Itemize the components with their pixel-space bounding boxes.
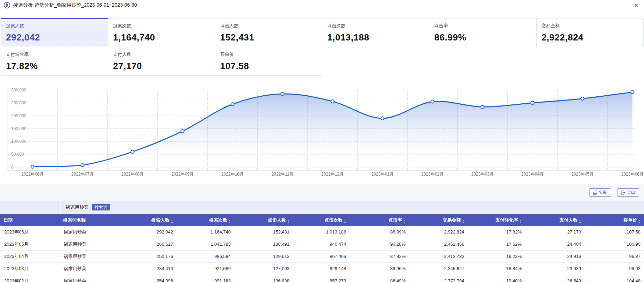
x-axis-tick-label: 2022年07月 <box>71 172 94 177</box>
metric-card-9[interactable]: 客单价107.58 <box>215 47 322 76</box>
table-cell: 234,410 <box>115 263 177 275</box>
table-cell: 锅家用炒菜 <box>59 226 115 238</box>
export-icon <box>621 191 625 195</box>
export-button[interactable]: 导出 <box>617 188 639 196</box>
data-point-marker[interactable] <box>581 97 584 100</box>
sort-icon[interactable] <box>403 220 406 223</box>
table-row[interactable]: 2023年03月锅家用炒菜234,410921,689127,093829,14… <box>0 263 644 275</box>
column-header-5[interactable]: 点击人数 <box>234 214 293 226</box>
y-axis-tick-label: 0 <box>11 165 14 170</box>
sort-icon[interactable] <box>579 220 581 223</box>
metric-card-1[interactable]: 搜索人数292,042 <box>1 18 108 47</box>
sort-icon[interactable] <box>229 220 231 223</box>
sort-icon[interactable] <box>520 220 522 223</box>
table-cell: 17.62% <box>468 238 525 250</box>
table-cell: 127,093 <box>234 263 293 275</box>
column-header-label: 搜索词名称 <box>63 217 86 223</box>
copy-icon <box>593 191 597 195</box>
table-cell: 26,549 <box>525 275 585 282</box>
data-point-marker[interactable] <box>31 165 34 168</box>
table-cell: 锅家用炒菜 <box>59 275 115 282</box>
data-point-marker[interactable] <box>431 100 434 103</box>
table-header-row: 日期搜索词名称搜索人数搜索次数点击人数点击次数点击率交易金额支付转化率支付人数客… <box>0 214 644 226</box>
column-header-label: 客单价 <box>623 217 637 223</box>
column-header-4[interactable]: 搜索次数 <box>177 214 234 226</box>
data-point-marker[interactable] <box>81 164 84 167</box>
metric-card-value: 1,164,740 <box>113 32 215 43</box>
table-cell: 87.92% <box>350 251 409 262</box>
table-cell: 921,689 <box>177 263 234 275</box>
data-point-marker[interactable] <box>231 103 234 106</box>
export-button-label: 导出 <box>627 190 635 195</box>
metric-card-2[interactable]: 搜索次数1,164,740 <box>108 18 215 47</box>
metric-card-4[interactable]: 点击次数1,013,188 <box>322 18 429 47</box>
metric-card-label: 点击人数 <box>220 23 322 29</box>
metric-card-label: 支付转化率 <box>6 51 108 58</box>
table-cell: 138,491 <box>234 238 293 250</box>
table-cell: 991,163 <box>177 275 234 282</box>
data-point-marker[interactable] <box>481 105 484 109</box>
table-row[interactable]: 2023年04月锅家用炒菜250,176986,584129,613867,40… <box>0 251 644 263</box>
sort-icon[interactable] <box>171 220 173 223</box>
table-cell: 2,413,732 <box>409 251 468 262</box>
table-cell: 锅家用炒菜 <box>59 238 115 250</box>
table-row[interactable]: 2023年02月锅家用炒菜254,996991,163136,838857,27… <box>0 275 644 282</box>
metric-card-3[interactable]: 点击人数152,431 <box>215 18 322 47</box>
metric-card-8[interactable]: 支付人数27,170 <box>108 47 215 76</box>
table-cell: 829,148 <box>293 263 350 275</box>
copy-button[interactable]: 复制 <box>589 188 611 196</box>
table-cell: 96.87 <box>585 251 644 262</box>
metric-card-label: 搜索人数 <box>6 23 108 29</box>
table-cell: 2,462,456 <box>409 238 468 250</box>
column-header-6[interactable]: 点击次数 <box>293 214 350 226</box>
column-header-3[interactable]: 搜索人数 <box>115 214 177 226</box>
sort-icon[interactable] <box>638 220 641 223</box>
table-cell: 250,176 <box>115 251 177 262</box>
column-header-label: 日期 <box>3 217 13 223</box>
column-header-11[interactable]: 客单价 <box>585 214 644 226</box>
keyword-text: 锅家用炒菜 <box>66 204 88 210</box>
table-row[interactable]: 2023年06月锅家用炒菜292,0421,164,740152,4311,01… <box>0 226 644 238</box>
column-header-label: 点击率 <box>388 217 402 223</box>
data-point-marker[interactable] <box>331 100 334 103</box>
metric-cards: 搜索人数292,042搜索次数1,164,740点击人数152,431点击次数1… <box>1 18 643 75</box>
table-cell: 90.28% <box>350 238 409 250</box>
table-cell: 104.48 <box>585 275 644 282</box>
data-point-marker[interactable] <box>531 101 534 104</box>
column-header-7[interactable]: 点击率 <box>350 214 409 226</box>
table-cell: 1,013,188 <box>293 226 350 238</box>
column-header-10[interactable]: 支付人数 <box>525 214 585 226</box>
x-axis-tick-label: 2022年08月 <box>121 172 144 177</box>
sort-icon[interactable] <box>344 220 346 223</box>
metric-card-5[interactable]: 点击率86.99% <box>429 18 536 47</box>
table-cell: 2023年02月 <box>0 275 59 282</box>
series-area-fill <box>33 92 632 167</box>
sort-icon[interactable] <box>462 220 464 223</box>
data-point-marker[interactable] <box>131 150 134 153</box>
table-cell: 19.40% <box>468 275 525 282</box>
metric-card-value: 2,922,824 <box>542 32 643 43</box>
metric-card-value: 292,042 <box>6 32 108 43</box>
sort-icon[interactable] <box>287 220 289 223</box>
metric-card-6[interactable]: 交易金额2,922,824 <box>536 18 644 47</box>
close-icon[interactable]: ✕ <box>632 1 641 9</box>
app-logo-icon <box>3 2 10 9</box>
table-cell: 266,627 <box>115 238 177 250</box>
keyword-type-badge: 搜索词 <box>92 204 110 210</box>
table-cell: 86.49% <box>350 275 409 282</box>
column-header-8[interactable]: 交易金额 <box>409 214 468 226</box>
table-cell: 136,838 <box>234 275 293 282</box>
filter-bar-right-block: 锅家用炒菜 搜索词 <box>61 201 644 214</box>
metric-card-value: 17.82% <box>6 61 108 72</box>
table-row[interactable]: 2023年05月锅家用炒菜266,6271,041,783138,491940,… <box>0 238 644 251</box>
data-point-marker[interactable] <box>631 90 634 94</box>
data-point-marker[interactable] <box>381 117 384 120</box>
metric-card-value: 86.99% <box>434 32 536 43</box>
metric-card-7[interactable]: 支付转化率17.82% <box>1 47 108 76</box>
data-point-marker[interactable] <box>281 92 284 96</box>
data-point-marker[interactable] <box>181 129 184 133</box>
trend-line-chart[interactable]: 050,000100,000150,000200,000250,000300,0… <box>0 84 644 178</box>
column-header-9[interactable]: 支付转化率 <box>468 214 525 226</box>
table-cell: 86.99% <box>350 226 409 238</box>
table-cell: 2,922,824 <box>409 226 468 238</box>
